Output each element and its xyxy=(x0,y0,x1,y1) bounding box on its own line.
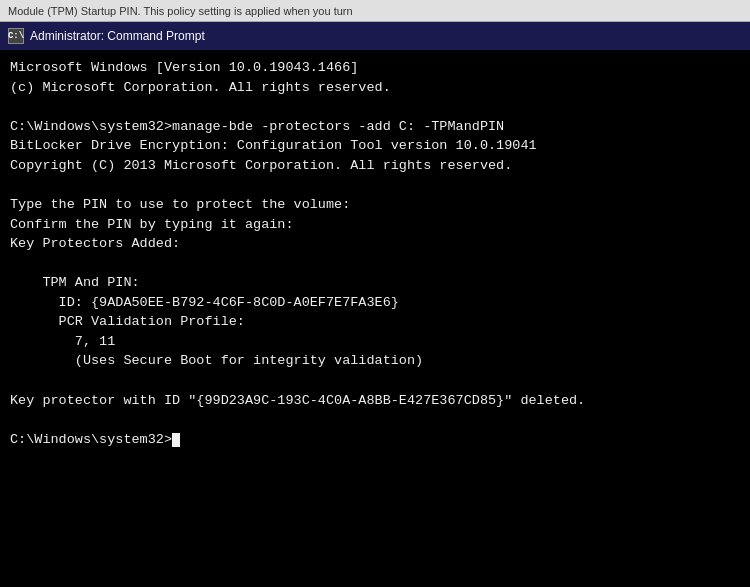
title-bar: C:\ Administrator: Command Prompt xyxy=(0,22,750,50)
title-bar-text: Administrator: Command Prompt xyxy=(30,29,742,43)
cursor-blink xyxy=(172,433,180,447)
command-prompt-window: Module (TPM) Startup PIN. This policy se… xyxy=(0,0,750,587)
top-bar-text: Module (TPM) Startup PIN. This policy se… xyxy=(8,5,353,17)
cmd-icon: C:\ xyxy=(8,28,24,44)
scroll-text-bar: Module (TPM) Startup PIN. This policy se… xyxy=(0,0,750,22)
terminal-output: Microsoft Windows [Version 10.0.19043.14… xyxy=(10,58,740,449)
terminal-body[interactable]: Microsoft Windows [Version 10.0.19043.14… xyxy=(0,50,750,587)
